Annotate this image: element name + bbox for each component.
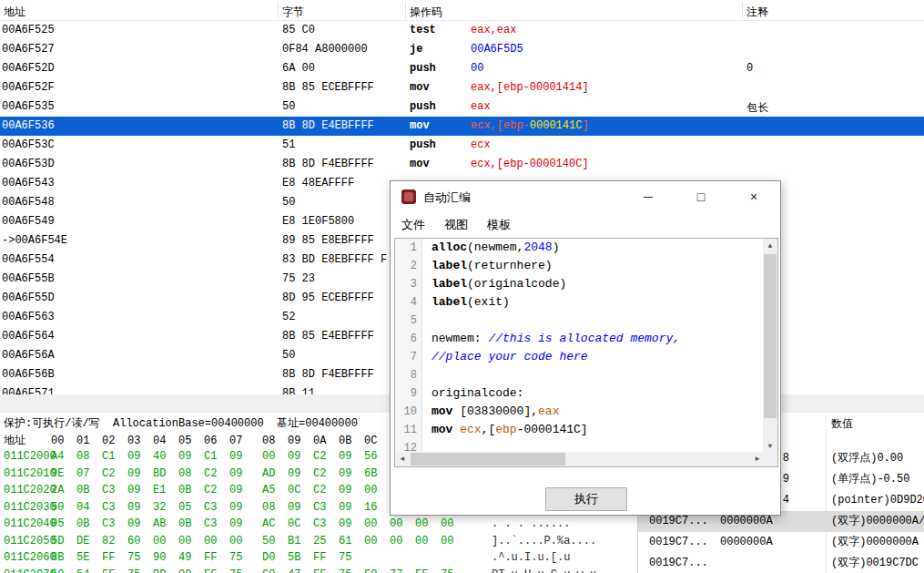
menu-file[interactable]: 文件 [401, 217, 425, 233]
hex-byte[interactable]: 08 [178, 466, 204, 483]
editor-line[interactable]: 9originalcode: [395, 384, 765, 403]
hex-byte[interactable]: C3 [102, 482, 127, 499]
stack-row[interactable]: 0019C7...(双字)0019C7DC [638, 553, 924, 573]
hex-byte[interactable]: 00 [262, 448, 288, 466]
hex-byte[interactable]: E1 [153, 482, 178, 499]
hex-byte[interactable]: 75 [339, 549, 364, 567]
hex-byte[interactable]: 5D [51, 533, 76, 550]
editor-lines[interactable]: 1alloc(newmem,2048)2label(returnhere)3la… [395, 239, 765, 454]
hex-byte[interactable]: 00 [364, 533, 390, 550]
hex-byte[interactable]: 5B [288, 549, 313, 567]
editor-hscrollbar[interactable]: ◄ ► [395, 452, 765, 466]
hex-byte[interactable]: 00 [441, 516, 466, 533]
hex-byte[interactable]: 40 [153, 448, 178, 466]
disasm-row[interactable]: 00A6F53550pusheax包长 [0, 97, 924, 117]
hex-byte[interactable]: 00 [178, 533, 204, 550]
hex-byte[interactable]: C3 [313, 516, 339, 533]
hex-byte[interactable]: 00 [204, 533, 229, 550]
hex-byte[interactable]: 61 [339, 533, 364, 550]
menu-view[interactable]: 视图 [444, 217, 468, 233]
hex-byte[interactable]: FF [313, 567, 339, 573]
hex-byte[interactable]: F0 [364, 567, 390, 573]
hex-byte[interactable]: 60 [127, 533, 153, 550]
hex-byte[interactable]: 0B [178, 482, 204, 499]
hex-byte[interactable]: C2 [313, 448, 339, 466]
hex-byte[interactable]: A4 [51, 448, 76, 466]
hex-byte[interactable]: C2 [313, 466, 339, 483]
hex-byte[interactable]: 56 [364, 448, 390, 466]
hex-byte[interactable]: 00 [441, 533, 466, 550]
hex-byte[interactable]: FF [204, 549, 229, 567]
hex-row[interactable]: 011C20705054FF75BD09FF75C047FF75F077FF75… [0, 567, 637, 573]
hex-byte[interactable]: 04 [76, 499, 102, 517]
hex-byte[interactable]: 00 [390, 533, 415, 550]
editor-line[interactable]: 6newmem: //this is allocated memory, [395, 330, 765, 348]
disasm-row[interactable]: 00A6F52F8B 85 ECEBFFFFmoveax,[ebp-000014… [0, 78, 924, 97]
editor-line[interactable]: 11mov ecx,[ebp-0000141C] [395, 421, 765, 439]
hex-byte[interactable]: 09 [339, 516, 364, 533]
close-icon[interactable]: × [740, 187, 767, 207]
hex-byte[interactable]: 49 [178, 549, 204, 567]
maximize-icon[interactable]: □ [687, 187, 715, 207]
hex-byte[interactable]: C3 [102, 516, 127, 533]
hex-byte[interactable]: 54 [76, 567, 102, 573]
hex-row[interactable]: 011C2040050BC309AB0BC309AC0CC30900000000… [0, 516, 637, 533]
disasm-row[interactable]: 00A6F53D8B 8D F4EBFFFFmovecx,[ebp-000014… [0, 155, 924, 174]
hex-byte[interactable]: AB [153, 516, 178, 533]
editor-line[interactable]: 7//place your code here [395, 348, 765, 366]
scroll-left-icon[interactable]: ◄ [395, 452, 410, 466]
hex-byte[interactable]: 0B [76, 482, 102, 499]
hex-byte[interactable]: 07 [76, 466, 102, 483]
hex-byte[interactable]: 09 [288, 466, 313, 483]
hscrollbar-thumb[interactable] [411, 453, 565, 466]
hex-byte[interactable]: 09 [229, 516, 255, 533]
hex-byte[interactable]: C1 [204, 448, 229, 466]
hex-byte[interactable]: 08 [76, 448, 102, 466]
hex-byte[interactable]: 09 [339, 448, 364, 466]
hex-byte[interactable]: 32 [153, 499, 178, 517]
hex-byte[interactable]: AD [262, 466, 288, 483]
hex-byte[interactable]: 00 [364, 516, 390, 533]
hex-byte[interactable]: A5 [262, 482, 288, 499]
hex-byte[interactable]: FF [102, 549, 127, 567]
hex-byte[interactable]: 8B [51, 549, 76, 567]
hex-byte[interactable]: 9E [51, 466, 76, 483]
hex-byte[interactable]: 09 [178, 567, 204, 573]
disasm-row[interactable]: 00A6F5368B 8D E4EBFFFFmovecx,[ebp-000014… [0, 117, 924, 136]
hex-byte[interactable]: C3 [204, 499, 229, 517]
vscrollbar-thumb[interactable] [764, 254, 777, 418]
hex-byte[interactable]: 77 [390, 567, 415, 573]
editor-line[interactable]: 4label(exit) [395, 293, 765, 312]
hex-byte[interactable]: 09 [339, 482, 364, 499]
editor-vscrollbar[interactable]: ▲ ▼ [763, 239, 777, 454]
hex-byte[interactable]: 75 [441, 567, 466, 573]
hex-byte[interactable]: 25 [313, 533, 339, 550]
scroll-up-icon[interactable]: ▲ [763, 239, 777, 253]
hex-byte[interactable]: FF [415, 567, 441, 573]
hex-byte[interactable]: 75 [127, 567, 153, 573]
hex-byte[interactable]: 2A [51, 482, 76, 499]
hex-byte[interactable]: 5E [76, 549, 102, 567]
hex-byte[interactable]: C2 [102, 466, 127, 483]
hex-byte[interactable]: FF [313, 549, 339, 567]
hex-byte[interactable]: 09 [339, 466, 364, 483]
disasm-row[interactable]: 00A6F52585 C0testeax,eax [0, 21, 924, 40]
hex-byte[interactable]: 0B [178, 516, 204, 533]
hex-byte[interactable]: C3 [313, 499, 339, 517]
hex-byte[interactable]: 90 [153, 549, 178, 567]
hex-row[interactable]: 011C20505DDE82600000000050B1256100000000… [0, 533, 637, 550]
hex-byte[interactable]: 05 [51, 516, 76, 533]
menu-template[interactable]: 模板 [487, 217, 511, 233]
hex-byte[interactable]: 09 [127, 482, 153, 499]
script-editor[interactable]: 1alloc(newmem,2048)2label(returnhere)3la… [394, 238, 778, 467]
editor-line[interactable]: 2label(returnhere) [395, 257, 765, 275]
hex-byte[interactable]: C1 [102, 448, 127, 466]
hex-byte[interactable]: 00 [229, 533, 255, 550]
hex-byte[interactable]: 09 [178, 448, 204, 466]
hex-byte[interactable]: C3 [102, 499, 127, 517]
hex-byte[interactable]: 0C [288, 516, 313, 533]
hex-byte[interactable]: 47 [288, 567, 313, 573]
hex-byte[interactable]: 82 [102, 533, 127, 550]
hex-byte[interactable]: C3 [204, 516, 229, 533]
hex-byte[interactable]: D0 [262, 549, 288, 567]
